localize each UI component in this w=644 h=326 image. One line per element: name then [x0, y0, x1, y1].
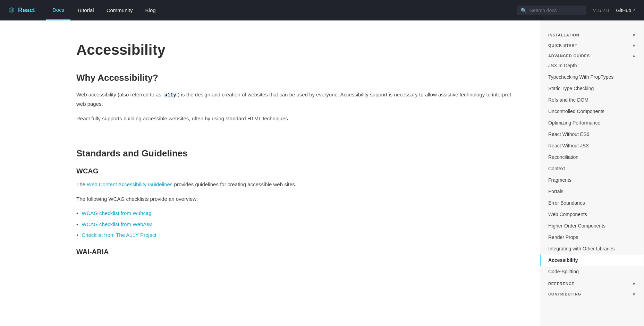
sidebar-item-fragments[interactable]: Fragments [540, 174, 644, 186]
sidebar-item-portals[interactable]: Portals [540, 186, 644, 197]
search-box[interactable]: 🔍 [517, 6, 586, 15]
search-icon: 🔍 [521, 8, 527, 13]
sidebar-item-without-jsx[interactable]: React Without JSX [540, 140, 644, 152]
sidebar-item-code-splitting[interactable]: Code-Splitting [540, 266, 644, 277]
wcag-paragraph-1: The Web Content Accessibility Guidelines… [76, 180, 512, 189]
sidebar-item-accessibility[interactable]: Accessibility [540, 255, 644, 266]
sidebar-section-advanced-guides[interactable]: ADVANCED GUIDES ∧ [540, 50, 644, 60]
chevron-down-icon: ∨ [633, 33, 635, 37]
nav-links: Docs Tutorial Community Blog [46, 0, 162, 20]
chevron-down-icon: ∨ [633, 44, 635, 48]
a11y-code: a11y [163, 92, 178, 98]
github-label: GitHub [616, 8, 631, 13]
chevron-up-icon: ∧ [633, 54, 635, 58]
sidebar-item-without-es6[interactable]: React Without ES6 [540, 129, 644, 140]
sidebar-section-contributing[interactable]: CONTRIBUTING ∨ [540, 288, 644, 298]
page-title: Accessibility [76, 41, 512, 59]
wcag-checklist: WCAG checklist from Wuhcag WCAG checklis… [76, 209, 512, 240]
sidebar-item-render-props[interactable]: Render Props [540, 232, 644, 243]
nav-docs[interactable]: Docs [46, 0, 70, 20]
version-label: v16.2.0 [593, 8, 609, 13]
wcag-heading: WCAG [76, 167, 512, 175]
sidebar-item-web-components[interactable]: Web Components [540, 209, 644, 220]
sidebar-item-jsx-in-depth[interactable]: JSX In Depth [540, 60, 644, 71]
react-logo-icon: ⚛ [8, 6, 15, 15]
sidebar-section-quick-start[interactable]: QUICK START ∨ [540, 39, 644, 50]
sidebar-section-reference[interactable]: REFERENCE ∨ [540, 277, 644, 288]
chevron-down-icon: ∨ [633, 282, 635, 286]
why-accessibility-heading: Why Accessibility? [76, 72, 512, 83]
sidebar-item-refs-dom[interactable]: Refs and the DOM [540, 94, 644, 106]
sidebar-item-typechecking[interactable]: Typechecking With PropTypes [540, 71, 644, 83]
sidebar-item-optimizing[interactable]: Optimizing Performance [540, 117, 644, 129]
sidebar-item-reconciliation[interactable]: Reconciliation [540, 152, 644, 163]
sidebar-item-uncontrolled[interactable]: Uncontrolled Components [540, 106, 644, 117]
sidebar-item-error-boundaries[interactable]: Error Boundaries [540, 197, 644, 209]
github-link[interactable]: GitHub ↗ [616, 8, 636, 13]
wcag-link[interactable]: Web Content Accessibility Guidelines [87, 181, 172, 187]
logo-link[interactable]: ⚛ React [8, 6, 35, 15]
wuhcag-link[interactable]: WCAG checklist from Wuhcag [82, 209, 151, 218]
logo-text: React [18, 7, 35, 14]
nav-community[interactable]: Community [100, 0, 139, 20]
why-paragraph-2: React fully supports building accessible… [76, 114, 512, 123]
navbar-right: 🔍 v16.2.0 GitHub ↗ [517, 6, 636, 15]
navbar: ⚛ React Docs Tutorial Community Blog 🔍 v… [0, 0, 644, 20]
webaim-link[interactable]: WCAG checklist from WebAIM [82, 220, 152, 229]
sidebar: INSTALLATION ∨ QUICK START ∨ ADVANCED GU… [540, 20, 644, 326]
search-input[interactable] [529, 8, 582, 13]
section-divider [76, 134, 512, 134]
list-item: WCAG checklist from Wuhcag [76, 209, 512, 218]
a11y-project-link[interactable]: Checklist from The A11Y Project [82, 231, 156, 240]
main-content: Accessibility Why Accessibility? Web acc… [0, 20, 540, 326]
list-item: Checklist from The A11Y Project [76, 231, 512, 240]
wcag-paragraph-2: The following WCAG checklists provide an… [76, 195, 512, 204]
sidebar-item-context[interactable]: Context [540, 163, 644, 174]
wai-aria-heading: WAI-ARIA [76, 248, 512, 256]
nav-tutorial[interactable]: Tutorial [70, 0, 100, 20]
list-item: WCAG checklist from WebAIM [76, 220, 512, 229]
chevron-down-icon: ∨ [633, 292, 635, 296]
external-link-icon: ↗ [633, 8, 636, 12]
sidebar-item-static-type-checking[interactable]: Static Type Checking [540, 83, 644, 94]
page-layout: Accessibility Why Accessibility? Web acc… [0, 20, 644, 326]
sidebar-section-installation[interactable]: INSTALLATION ∨ [540, 29, 644, 39]
nav-blog[interactable]: Blog [139, 0, 162, 20]
sidebar-item-hoc[interactable]: Higher-Order Components [540, 220, 644, 232]
sidebar-item-integrating[interactable]: Integrating with Other Libraries [540, 243, 644, 255]
standards-heading: Standards and Guidelines [76, 148, 512, 159]
why-paragraph-1: Web accessibility (also referred to as a… [76, 90, 512, 108]
